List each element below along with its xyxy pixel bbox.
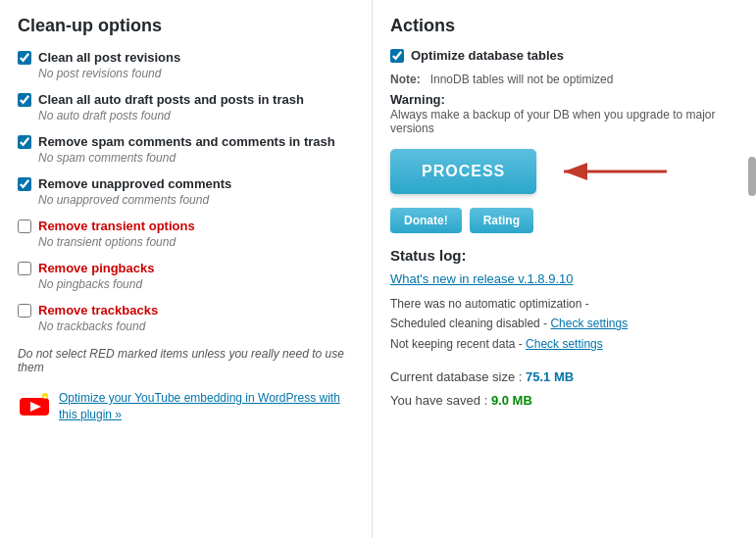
option-checkbox-2[interactable] — [18, 93, 31, 107]
note-label: Note: — [390, 73, 421, 86]
status-line2-text: Scheduled cleaning disabled - — [390, 317, 550, 330]
db-size-row: Current database size : 75.1 MB — [390, 366, 738, 388]
option-item-5: Remove transient optionsNo transient opt… — [18, 219, 354, 249]
option-checkbox-1[interactable] — [18, 51, 31, 65]
option-label-7[interactable]: Remove trackbacks — [18, 303, 354, 318]
right-panel-title: Actions — [390, 16, 738, 36]
status-line3-text: Not keeping recent data - — [390, 337, 526, 351]
check-settings-link2[interactable]: Check settings — [526, 337, 603, 351]
left-panel: Clean-up options Clean all post revision… — [0, 0, 373, 538]
saved-row: You have saved : 9.0 MB — [390, 389, 738, 412]
donate-button[interactable]: Donate! — [390, 208, 462, 233]
db-size-label: Current database size : — [390, 369, 522, 384]
option-sub-7: No trackbacks found — [38, 319, 354, 333]
option-item-4: Remove unapproved commentsNo unapproved … — [18, 176, 354, 207]
option-item-3: Remove spam comments and comments in tra… — [18, 134, 354, 165]
warning-label: Warning: — [390, 92, 738, 107]
option-sub-4: No unapproved comments found — [38, 193, 354, 207]
status-log-title: Status log: — [390, 247, 738, 264]
db-size-value: 75.1 MB — [526, 369, 574, 384]
optimize-db-row: Optimize database tables — [390, 48, 738, 63]
saved-value: 9.0 MB — [491, 393, 532, 408]
right-panel: Actions Optimize database tables Note: I… — [373, 0, 756, 538]
option-label-4[interactable]: Remove unapproved comments — [18, 176, 354, 191]
youtube-promo-link[interactable]: Optimize your YouTube embedding in WordP… — [59, 390, 354, 423]
saved-label: You have saved : — [390, 393, 487, 408]
option-sub-3: No spam comments found — [38, 151, 354, 165]
option-checkbox-3[interactable] — [18, 135, 31, 149]
option-checkbox-4[interactable] — [18, 177, 31, 191]
note-row: Note: InnoDB tables will not be optimize… — [390, 73, 738, 86]
option-label-1[interactable]: Clean all post revisions — [18, 50, 354, 65]
db-info-block: Current database size : 75.1 MB You have… — [390, 366, 738, 412]
option-checkbox-5[interactable] — [18, 220, 31, 233]
optimize-db-label[interactable]: Optimize database tables — [411, 48, 564, 63]
youtube-icon: ✦ — [18, 390, 51, 423]
process-button[interactable]: PROCESS — [390, 149, 536, 194]
option-item-6: Remove pingbacksNo pingbacks found — [18, 261, 354, 291]
option-label-6[interactable]: Remove pingbacks — [18, 261, 354, 275]
red-warning-text: Do not select RED marked items unless yo… — [18, 347, 354, 374]
option-sub-5: No transient options found — [38, 235, 354, 249]
warning-text: Always make a backup of your DB when you… — [390, 108, 738, 135]
option-checkbox-7[interactable] — [18, 304, 31, 318]
status-line1: There was no automatic optimization - — [390, 297, 589, 311]
option-sub-2: No auto draft posts found — [38, 109, 354, 122]
rating-button[interactable]: Rating — [470, 208, 533, 233]
check-settings-link1[interactable]: Check settings — [550, 317, 628, 330]
optimize-db-checkbox[interactable] — [390, 49, 404, 63]
option-item-2: Clean all auto draft posts and posts in … — [18, 92, 354, 122]
note-text: InnoDB tables will not be optimized — [430, 73, 614, 86]
arrow-indicator — [554, 157, 672, 186]
option-label-3[interactable]: Remove spam comments and comments in tra… — [18, 134, 354, 149]
release-notes-link[interactable]: What's new in release v.1.8.9.10 — [390, 271, 738, 286]
status-text-block: There was no automatic optimization - Sc… — [390, 294, 738, 354]
option-label-2[interactable]: Clean all auto draft posts and posts in … — [18, 92, 354, 107]
warning-row: Warning: Always make a backup of your DB… — [390, 92, 738, 135]
option-sub-1: No post revisions found — [38, 67, 354, 80]
option-sub-6: No pingbacks found — [38, 277, 354, 291]
process-row: PROCESS — [390, 149, 738, 194]
left-panel-title: Clean-up options — [18, 16, 354, 36]
option-item-1: Clean all post revisionsNo post revision… — [18, 50, 354, 80]
scrollbar[interactable] — [748, 157, 756, 196]
youtube-promo: ✦ Optimize your YouTube embedding in Wor… — [18, 390, 354, 423]
action-links-row: Donate! Rating — [390, 208, 738, 233]
option-item-7: Remove trackbacksNo trackbacks found — [18, 303, 354, 333]
option-checkbox-6[interactable] — [18, 262, 31, 275]
option-label-5[interactable]: Remove transient options — [18, 219, 354, 233]
